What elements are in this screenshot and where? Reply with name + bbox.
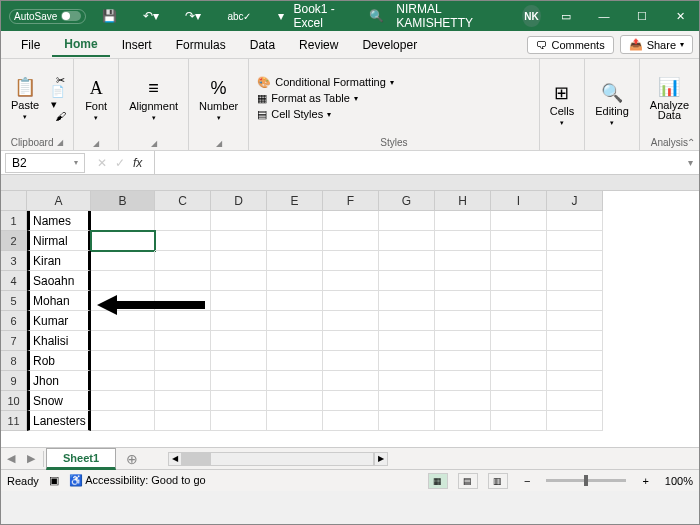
column-header-B[interactable]: B bbox=[91, 191, 155, 211]
user-avatar[interactable]: NK bbox=[522, 5, 541, 27]
tab-review[interactable]: Review bbox=[287, 34, 350, 56]
cell-C4[interactable] bbox=[155, 271, 211, 291]
cell-G9[interactable] bbox=[379, 371, 435, 391]
enter-formula-button[interactable]: ✓ bbox=[115, 156, 125, 170]
cell-D11[interactable] bbox=[211, 411, 267, 431]
close-button[interactable]: ✕ bbox=[661, 1, 699, 31]
cell-F9[interactable] bbox=[323, 371, 379, 391]
cell-A6[interactable]: Kumar bbox=[27, 311, 91, 331]
column-header-J[interactable]: J bbox=[547, 191, 603, 211]
cell-E10[interactable] bbox=[267, 391, 323, 411]
cell-A8[interactable]: Rob bbox=[27, 351, 91, 371]
conditional-formatting-button[interactable]: 🎨Conditional Formatting▾ bbox=[253, 75, 398, 90]
cell-B11[interactable] bbox=[91, 411, 155, 431]
cell-J4[interactable] bbox=[547, 271, 603, 291]
cell-J9[interactable] bbox=[547, 371, 603, 391]
tab-developer[interactable]: Developer bbox=[350, 34, 429, 56]
cell-B6[interactable] bbox=[91, 311, 155, 331]
cell-A4[interactable]: Saoahn bbox=[27, 271, 91, 291]
cell-J8[interactable] bbox=[547, 351, 603, 371]
cell-F2[interactable] bbox=[323, 231, 379, 251]
cell-H5[interactable] bbox=[435, 291, 491, 311]
row-header-3[interactable]: 3 bbox=[1, 251, 27, 271]
cell-C1[interactable] bbox=[155, 211, 211, 231]
editing-button[interactable]: 🔍 Editing ▾ bbox=[589, 79, 635, 129]
expand-formula-bar[interactable]: ▾ bbox=[682, 157, 699, 168]
column-header-A[interactable]: A bbox=[27, 191, 91, 211]
row-header-2[interactable]: 2 bbox=[1, 231, 27, 251]
column-header-E[interactable]: E bbox=[267, 191, 323, 211]
tab-file[interactable]: File bbox=[9, 34, 52, 56]
spellcheck-button[interactable]: abc✓ bbox=[217, 1, 261, 31]
cell-A5[interactable]: Mohan bbox=[27, 291, 91, 311]
name-box[interactable]: B2 ▾ bbox=[5, 153, 85, 173]
cell-H11[interactable] bbox=[435, 411, 491, 431]
horizontal-scrollbar[interactable]: ◀ ▶ bbox=[168, 452, 388, 466]
cell-D9[interactable] bbox=[211, 371, 267, 391]
format-painter-button[interactable]: 🖌 bbox=[51, 108, 69, 124]
cell-C3[interactable] bbox=[155, 251, 211, 271]
zoom-thumb[interactable] bbox=[584, 475, 588, 486]
cell-E3[interactable] bbox=[267, 251, 323, 271]
cell-E7[interactable] bbox=[267, 331, 323, 351]
cell-B10[interactable] bbox=[91, 391, 155, 411]
cell-I5[interactable] bbox=[491, 291, 547, 311]
scroll-right-button[interactable]: ▶ bbox=[374, 452, 388, 466]
comments-button[interactable]: 🗨Comments bbox=[527, 36, 613, 54]
cell-B8[interactable] bbox=[91, 351, 155, 371]
cell-G1[interactable] bbox=[379, 211, 435, 231]
scroll-thumb[interactable] bbox=[183, 453, 211, 465]
dialog-launcher-alignment[interactable]: ◢ bbox=[151, 139, 157, 148]
cell-B4[interactable] bbox=[91, 271, 155, 291]
row-header-8[interactable]: 8 bbox=[1, 351, 27, 371]
cell-H9[interactable] bbox=[435, 371, 491, 391]
cell-I9[interactable] bbox=[491, 371, 547, 391]
cell-H4[interactable] bbox=[435, 271, 491, 291]
cell-F4[interactable] bbox=[323, 271, 379, 291]
cell-J2[interactable] bbox=[547, 231, 603, 251]
copy-button[interactable]: 📄▾ bbox=[51, 90, 69, 106]
cell-F3[interactable] bbox=[323, 251, 379, 271]
cell-J7[interactable] bbox=[547, 331, 603, 351]
fx-icon[interactable]: fx bbox=[133, 156, 142, 170]
cell-B1[interactable] bbox=[91, 211, 155, 231]
dialog-launcher-clipboard[interactable]: ◢ bbox=[57, 138, 63, 147]
cell-A1[interactable]: Names bbox=[27, 211, 91, 231]
cell-G7[interactable] bbox=[379, 331, 435, 351]
cell-C7[interactable] bbox=[155, 331, 211, 351]
cell-J10[interactable] bbox=[547, 391, 603, 411]
cell-E1[interactable] bbox=[267, 211, 323, 231]
minimize-button[interactable]: — bbox=[585, 1, 623, 31]
save-button[interactable]: 💾 bbox=[92, 1, 127, 31]
collapse-ribbon-button[interactable]: ⌃ bbox=[687, 137, 695, 148]
cell-D2[interactable] bbox=[211, 231, 267, 251]
scroll-track[interactable] bbox=[182, 452, 374, 466]
formula-input[interactable] bbox=[154, 151, 682, 174]
cell-C2[interactable] bbox=[155, 231, 211, 251]
cell-I11[interactable] bbox=[491, 411, 547, 431]
tab-insert[interactable]: Insert bbox=[110, 34, 164, 56]
column-header-G[interactable]: G bbox=[379, 191, 435, 211]
cell-A10[interactable]: Snow bbox=[27, 391, 91, 411]
select-all-corner[interactable] bbox=[1, 191, 27, 211]
column-header-H[interactable]: H bbox=[435, 191, 491, 211]
cancel-formula-button[interactable]: ✕ bbox=[97, 156, 107, 170]
cells-button[interactable]: ⊞ Cells ▾ bbox=[544, 79, 580, 129]
cell-F5[interactable] bbox=[323, 291, 379, 311]
cell-H3[interactable] bbox=[435, 251, 491, 271]
row-header-11[interactable]: 11 bbox=[1, 411, 27, 431]
format-as-table-button[interactable]: ▦Format as Table▾ bbox=[253, 91, 398, 106]
cell-H8[interactable] bbox=[435, 351, 491, 371]
cell-D7[interactable] bbox=[211, 331, 267, 351]
column-header-I[interactable]: I bbox=[491, 191, 547, 211]
cell-E4[interactable] bbox=[267, 271, 323, 291]
cell-D3[interactable] bbox=[211, 251, 267, 271]
cell-J11[interactable] bbox=[547, 411, 603, 431]
cell-B9[interactable] bbox=[91, 371, 155, 391]
cell-H1[interactable] bbox=[435, 211, 491, 231]
normal-view-button[interactable]: ▦ bbox=[428, 473, 448, 489]
cell-C6[interactable] bbox=[155, 311, 211, 331]
redo-button[interactable]: ↷▾ bbox=[175, 1, 211, 31]
cell-G8[interactable] bbox=[379, 351, 435, 371]
font-button[interactable]: A Font ▾ bbox=[78, 74, 114, 124]
